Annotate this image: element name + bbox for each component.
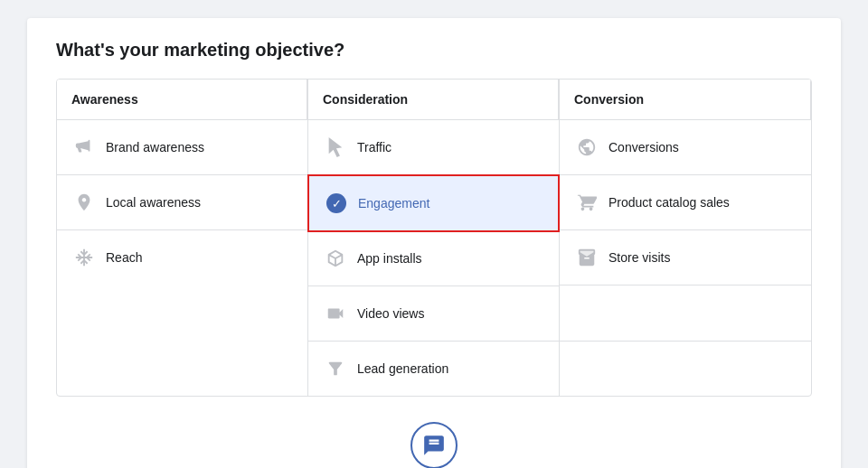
empty-spacer-2 — [560, 342, 811, 397]
conversion-header: Conversion — [560, 80, 811, 120]
objectives-grid: Awareness Brand awareness Local awarenes… — [56, 79, 812, 397]
globe-icon — [574, 135, 599, 160]
pin-icon — [71, 190, 97, 215]
empty-spacer-1 — [560, 285, 811, 342]
lead-generation-label: Lead generation — [357, 361, 448, 376]
video-views-item[interactable]: Video views — [308, 286, 559, 342]
conversions-label: Conversions — [609, 140, 679, 154]
engagement-label: Engagement — [358, 196, 429, 211]
cursor-icon — [323, 135, 348, 160]
consideration-column: Consideration Traffic ✓ Engagement — [308, 80, 560, 396]
chat-button[interactable] — [410, 422, 458, 468]
page-title: What's your marketing objective? — [56, 40, 812, 61]
app-installs-label: App installs — [357, 251, 422, 266]
reach-item[interactable]: Reach — [57, 230, 307, 285]
video-icon — [323, 301, 348, 326]
box-icon — [323, 246, 348, 271]
awareness-column: Awareness Brand awareness Local awarenes… — [57, 80, 308, 396]
engagement-check-icon: ✓ — [324, 191, 349, 216]
brand-awareness-label: Brand awareness — [106, 140, 204, 154]
check-circle: ✓ — [326, 193, 346, 213]
store-visits-item[interactable]: Store visits — [560, 230, 811, 285]
cart-icon — [574, 190, 599, 215]
awareness-header: Awareness — [57, 80, 307, 120]
conversion-column: Conversion Conversions Product catalog s… — [560, 80, 811, 396]
product-catalog-sales-label: Product catalog sales — [609, 195, 730, 210]
brand-awareness-item[interactable]: Brand awareness — [57, 120, 307, 175]
product-catalog-sales-item[interactable]: Product catalog sales — [560, 175, 811, 230]
app-installs-item[interactable]: App installs — [308, 231, 559, 286]
main-container: What's your marketing objective? Awarene… — [27, 18, 841, 468]
store-visits-label: Store visits — [609, 250, 670, 265]
megaphone-icon — [71, 135, 97, 160]
traffic-label: Traffic — [357, 140, 392, 154]
local-awareness-item[interactable]: Local awareness — [57, 175, 307, 230]
traffic-item[interactable]: Traffic — [308, 120, 559, 175]
video-views-label: Video views — [357, 306, 424, 321]
local-awareness-label: Local awareness — [106, 195, 201, 210]
filter-icon — [323, 356, 348, 381]
chat-icon — [422, 434, 446, 457]
store-icon — [574, 245, 599, 270]
footer — [56, 422, 812, 468]
consideration-header: Consideration — [308, 80, 559, 120]
conversions-item[interactable]: Conversions — [560, 120, 811, 175]
lead-generation-item[interactable]: Lead generation — [308, 342, 559, 396]
snowflake-icon — [71, 245, 97, 270]
reach-label: Reach — [106, 250, 142, 265]
engagement-item[interactable]: ✓ Engagement — [307, 174, 560, 232]
